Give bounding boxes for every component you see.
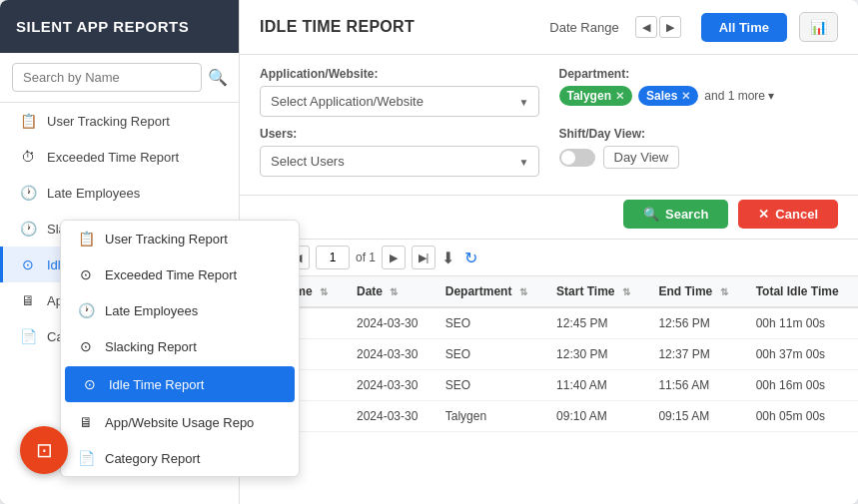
sidebar-item-late-employees[interactable]: 🕐 Late Employees (0, 175, 239, 211)
sidebar-item-label: User Tracking Report (47, 114, 170, 129)
cell-total: 00h 05m 00s (746, 401, 858, 432)
tag-sales-close[interactable]: ✕ (681, 90, 690, 103)
app-website-select-wrapper: Select Application/Website (260, 86, 539, 117)
dd-idle-time-icon: ⊙ (81, 376, 99, 392)
dept-tag-talygen[interactable]: Talygen ✕ (559, 86, 632, 106)
department-label: Department: (559, 67, 839, 81)
dd-user-tracking-icon: 📋 (77, 231, 95, 247)
slacking-icon: 🕐 (19, 221, 37, 237)
export-button[interactable]: ⬇ (441, 249, 454, 267)
dd-item-label: Slacking Report (105, 339, 197, 354)
chevron-down-icon: ▾ (768, 89, 774, 103)
idle-time-icon: ⊙ (19, 256, 37, 272)
users-label: Users: (260, 127, 539, 141)
cell-dept: SEO (435, 370, 546, 401)
dropdown-item-category[interactable]: 📄 Category Report (61, 440, 299, 476)
table-row: ndrew 2024-03-30 SEO 12:45 PM 12:56 PM 0… (240, 307, 858, 339)
main-header: IDLE TIME REPORT Date Range ◀ ▶ All Time… (240, 0, 858, 55)
dropdown-menu: 📋 User Tracking Report ⊙ Exceeded Time R… (60, 220, 300, 477)
dd-item-label: App/Website Usage Repo (105, 415, 254, 430)
date-range-label: Date Range (549, 20, 618, 35)
dropdown-item-late-employees[interactable]: 🕐 Late Employees (61, 292, 299, 328)
dropdown-item-exceeded-time[interactable]: ⊙ Exceeded Time Report (61, 256, 299, 292)
sidebar-item-label: Exceeded Time Report (47, 150, 179, 165)
cell-end: 12:56 PM (648, 307, 745, 339)
tag-talygen-close[interactable]: ✕ (615, 90, 624, 103)
table-row: m 2024-03-30 Talygen 09:10 AM 09:15 AM 0… (240, 401, 858, 432)
late-employees-icon: 🕐 (19, 185, 37, 201)
sort-icon-username: ⇅ (320, 286, 328, 297)
dropdown-item-slacking[interactable]: ⊙ Slacking Report (61, 328, 299, 364)
day-view-label: Day View (603, 146, 680, 169)
sort-icon-end: ⇅ (720, 286, 728, 297)
page-of-label: of 1 (356, 251, 376, 264)
search-btn-label: Search (665, 207, 708, 222)
table-pagination: |◀ ◀ of 1 ▶ ▶| ⬇ ↻ (240, 240, 858, 276)
sidebar-search-area: 🔍 (0, 53, 239, 103)
and-more-label[interactable]: and 1 more ▾ (704, 89, 774, 103)
refresh-button[interactable]: ↻ (464, 249, 477, 267)
page-number-input[interactable] (316, 246, 350, 269)
users-select-wrapper: Select Users (260, 146, 539, 177)
search-input[interactable] (12, 63, 202, 92)
filter-fab-button[interactable]: ⊡ (20, 426, 68, 474)
table-area: |◀ ◀ of 1 ▶ ▶| ⬇ ↻ User Name ⇅ Date ⇅ De… (240, 240, 858, 504)
main-content: IDLE TIME REPORT Date Range ◀ ▶ All Time… (240, 0, 858, 504)
app-usage-icon: 🖥 (19, 292, 37, 308)
table-row: mes 2024-03-30 SEO 12:30 PM 12:37 PM 00h… (240, 339, 858, 370)
shift-day-label: Shift/Day View: (559, 127, 839, 141)
col-end-time: End Time ⇅ (648, 276, 745, 307)
chart-button[interactable]: 📊 (799, 12, 838, 42)
app-website-select[interactable]: Select Application/Website (260, 86, 539, 117)
search-button[interactable]: 🔍 Search (623, 200, 728, 229)
cell-end: 11:56 AM (648, 370, 745, 401)
dd-late-employees-icon: 🕐 (77, 302, 95, 318)
dd-slacking-icon: ⊙ (77, 338, 95, 354)
date-prev-button[interactable]: ◀ (635, 16, 657, 38)
cell-date: 2024-03-30 (347, 307, 435, 339)
col-start-time: Start Time ⇅ (546, 276, 648, 307)
dropdown-item-idle-time[interactable]: ⊙ Idle Time Report (65, 366, 295, 402)
table-body: ndrew 2024-03-30 SEO 12:45 PM 12:56 PM 0… (240, 307, 858, 432)
department-filter-group: Department: Talygen ✕ Sales ✕ and 1 more (559, 67, 839, 117)
date-range-arrows: ◀ ▶ (635, 16, 681, 38)
col-total-idle: Total Idle Time (746, 276, 858, 307)
all-time-button[interactable]: All Time (701, 13, 787, 42)
next-page-button[interactable]: ▶ (382, 246, 406, 269)
shift-day-filter-group: Shift/Day View: Day View (559, 127, 839, 177)
cell-end: 12:37 PM (648, 339, 745, 370)
dept-tags-area: Talygen ✕ Sales ✕ and 1 more ▾ (559, 86, 839, 106)
dd-item-label: Late Employees (105, 303, 198, 318)
cancel-btn-icon: ✕ (758, 207, 769, 222)
filters-area: Application/Website: Select Application/… (240, 55, 858, 196)
sidebar-item-user-tracking[interactable]: 📋 User Tracking Report (0, 103, 239, 139)
cell-start: 12:45 PM (546, 307, 648, 339)
sort-icon-dept: ⇅ (519, 286, 527, 297)
users-select[interactable]: Select Users (260, 146, 539, 177)
table-row: ctor 2024-03-30 SEO 11:40 AM 11:56 AM 00… (240, 370, 858, 401)
filter-icon: ⊡ (36, 438, 53, 462)
chart-icon: 📊 (810, 19, 827, 35)
sidebar-item-exceeded-time[interactable]: ⏱ Exceeded Time Report (0, 139, 239, 175)
cell-date: 2024-03-30 (347, 370, 435, 401)
exceeded-time-icon: ⏱ (19, 149, 37, 165)
last-page-button[interactable]: ▶| (412, 246, 435, 269)
search-icon-btn[interactable]: 🔍 (208, 68, 228, 87)
dropdown-item-app-usage[interactable]: 🖥 App/Website Usage Repo (61, 404, 299, 440)
cell-date: 2024-03-30 (347, 401, 435, 432)
day-view-toggle[interactable] (559, 149, 595, 167)
dropdown-item-user-tracking[interactable]: 📋 User Tracking Report (61, 221, 299, 256)
cell-dept: SEO (435, 339, 546, 370)
cell-total: 00h 11m 00s (746, 307, 858, 339)
cell-dept: Talygen (435, 401, 546, 432)
filters-row: Application/Website: Select Application/… (260, 67, 838, 117)
dd-item-label: User Tracking Report (105, 232, 228, 247)
dept-tag-sales[interactable]: Sales ✕ (638, 86, 698, 106)
cancel-button[interactable]: ✕ Cancel (738, 200, 838, 229)
col-date: Date ⇅ (347, 276, 435, 307)
table-header-row: User Name ⇅ Date ⇅ Department ⇅ Start Ti… (240, 276, 858, 307)
search-btn-icon: 🔍 (643, 207, 659, 222)
date-next-button[interactable]: ▶ (659, 16, 681, 38)
dd-item-label: Exceeded Time Report (105, 267, 237, 282)
tag-talygen-label: Talygen (567, 89, 611, 103)
